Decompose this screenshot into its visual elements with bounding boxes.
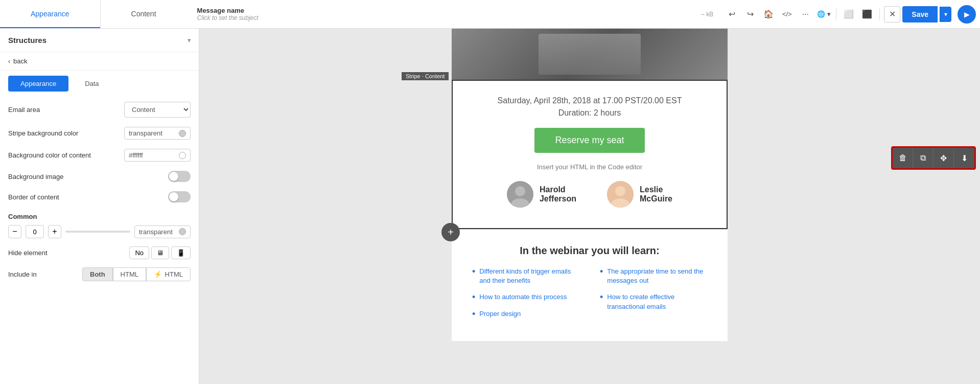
border-label: Border of content <box>8 193 59 201</box>
slider[interactable] <box>65 231 130 233</box>
desktop-preview-button[interactable]: ⬜ <box>841 6 857 22</box>
bg-color-swatch[interactable] <box>179 152 186 159</box>
learn-item-2: • How to automate this process <box>472 292 579 302</box>
email-area-label: Email area <box>8 106 40 114</box>
speakers: HaroldJefferson LeslieMcGuire <box>473 181 706 208</box>
main-layout: Structures ▾ ‹ back Appearance Data Emai… <box>0 29 980 384</box>
tab-content[interactable]: Content <box>101 0 187 28</box>
bg-color-input[interactable]: #ffffff <box>124 149 191 162</box>
template-button[interactable]: 🏠 <box>760 6 777 22</box>
bg-image-label: Background image <box>8 173 63 180</box>
learn-text-4: The appropriate time to send the message… <box>607 267 707 285</box>
mobile-preview-button[interactable]: ⬛ <box>859 6 875 22</box>
include-amp-html-button[interactable]: ⚡ HTML <box>146 267 191 281</box>
message-info: Message name Click to set the subject <box>187 7 269 21</box>
html-note: Insert your HTML in the Code editor <box>473 163 706 171</box>
toggle-knob <box>169 172 178 181</box>
speaker-1-avatar <box>507 181 533 208</box>
include-html-button[interactable]: HTML <box>113 267 146 281</box>
speaker-1-name: HaroldJefferson <box>540 185 576 204</box>
stripe-color-swatch[interactable] <box>179 130 186 137</box>
globe-button[interactable]: 🌐 ▾ <box>815 6 832 22</box>
toolbar-icons: ↩ ↪ 🏠 </> ··· 🌐 ▾ ⬜ ⬛ ✕ Save ▾ ▶ <box>719 5 980 24</box>
hide-buttons: No 🖥 📱 <box>129 246 191 259</box>
message-subject[interactable]: Click to set the subject <box>197 14 259 21</box>
learn-item-1: • Different kinds of trigger emails and … <box>472 267 579 285</box>
learn-cols: • Different kinds of trigger emails and … <box>472 267 707 326</box>
bg-color-label: Background color of content <box>8 151 91 159</box>
duplicate-action-button[interactable]: ⧉ <box>913 148 934 168</box>
common-label: Common <box>8 213 37 220</box>
sidebar-tab-appearance[interactable]: Appearance <box>8 76 68 92</box>
border-toggle[interactable] <box>168 191 191 202</box>
include-label: Include in <box>8 270 37 278</box>
preview-wrapper: Saturday, April 28th, 2018 at 17.00 PST/… <box>452 29 728 341</box>
download-action-button[interactable]: ⬇ <box>954 148 974 168</box>
speaker-2-name: LeslieMcGuire <box>640 185 672 204</box>
learn-text-2: How to automate this process <box>479 292 567 302</box>
email-area-row: Email area Content <box>8 102 191 118</box>
learn-title: In the webinar you will learn: <box>472 245 707 257</box>
lightning-icon: ⚡ <box>154 270 162 278</box>
undo-button[interactable]: ↩ <box>724 6 740 22</box>
save-button[interactable]: Save <box>902 6 938 22</box>
include-buttons: Both HTML ⚡ HTML <box>82 267 191 281</box>
sidebar-tabs: Appearance Data <box>0 71 199 97</box>
common-number-input[interactable] <box>26 225 44 238</box>
code-button[interactable]: </> <box>779 6 795 22</box>
include-both-button[interactable]: Both <box>82 267 113 281</box>
plus-button[interactable]: + <box>48 225 61 238</box>
more-button[interactable]: ··· <box>797 6 813 22</box>
hide-no-button[interactable]: No <box>129 246 149 259</box>
top-tabs: Appearance Content <box>0 0 187 28</box>
stripe-color-input[interactable]: transparent <box>124 127 191 140</box>
hide-element-label: Hide element <box>8 249 48 257</box>
toolbar-sep-1 <box>836 8 836 20</box>
speaker-2-avatar <box>607 181 634 208</box>
message-name[interactable]: Message name <box>197 7 259 14</box>
back-button[interactable]: ‹ back <box>0 52 199 71</box>
bg-image-row: Background image <box>8 171 191 182</box>
hide-mobile-button[interactable]: 📱 <box>171 246 191 259</box>
reserve-seat-button[interactable]: Reserve my seat <box>534 128 644 153</box>
common-color-input[interactable]: transparent <box>134 225 191 238</box>
close-button[interactable]: ✕ <box>884 6 900 22</box>
common-row: − + transparent <box>8 225 191 238</box>
bullet-5: • <box>600 292 603 302</box>
learn-text-3: Proper design <box>479 309 521 319</box>
sidebar-header: Structures ▾ <box>0 29 199 52</box>
learn-text-5: How to create effective transactional em… <box>607 292 707 311</box>
hide-desktop-button[interactable]: 🖥 <box>151 246 169 259</box>
back-icon: ‹ <box>8 58 10 65</box>
redo-button[interactable]: ↪ <box>742 6 758 22</box>
speaker-2: LeslieMcGuire <box>607 181 672 208</box>
include-row: Include in Both HTML ⚡ HTML <box>8 267 191 281</box>
sidebar: Structures ▾ ‹ back Appearance Data Emai… <box>0 29 199 384</box>
sidebar-title: Structures <box>8 36 46 44</box>
play-button[interactable]: ▶ <box>958 5 976 24</box>
email-area-select[interactable]: Content <box>124 102 191 118</box>
delete-action-button[interactable]: 🗑 <box>893 148 913 168</box>
border-row: Border of content <box>8 191 191 202</box>
move-action-button[interactable]: ✥ <box>934 148 954 168</box>
top-bar: Appearance Content Message name Click to… <box>0 0 980 29</box>
common-color-swatch[interactable] <box>179 228 186 235</box>
bullet-4: • <box>600 267 603 276</box>
svg-point-4 <box>615 186 625 196</box>
bg-image-toggle[interactable] <box>168 171 191 182</box>
floating-actions: 🗑 ⧉ ✥ ⬇ <box>891 146 976 170</box>
svg-point-1 <box>515 186 525 196</box>
chevron-down-icon: ▾ <box>188 37 191 44</box>
preview-area: Stripe · Content Saturday, April 28th, 2… <box>199 29 980 384</box>
stripe-bg-label: Stripe background color <box>8 129 78 137</box>
save-dropdown-button[interactable]: ▾ <box>940 7 951 22</box>
sidebar-tab-data[interactable]: Data <box>73 76 111 92</box>
bullet-3: • <box>472 309 475 319</box>
add-stripe-button[interactable]: + <box>441 223 460 241</box>
bullet-1: • <box>472 267 475 276</box>
speaker-1: HaroldJefferson <box>507 181 576 208</box>
minus-button[interactable]: − <box>8 225 21 238</box>
border-toggle-knob <box>169 192 178 201</box>
tab-appearance[interactable]: Appearance <box>0 0 100 28</box>
learn-col-1: • Different kinds of trigger emails and … <box>472 267 579 326</box>
